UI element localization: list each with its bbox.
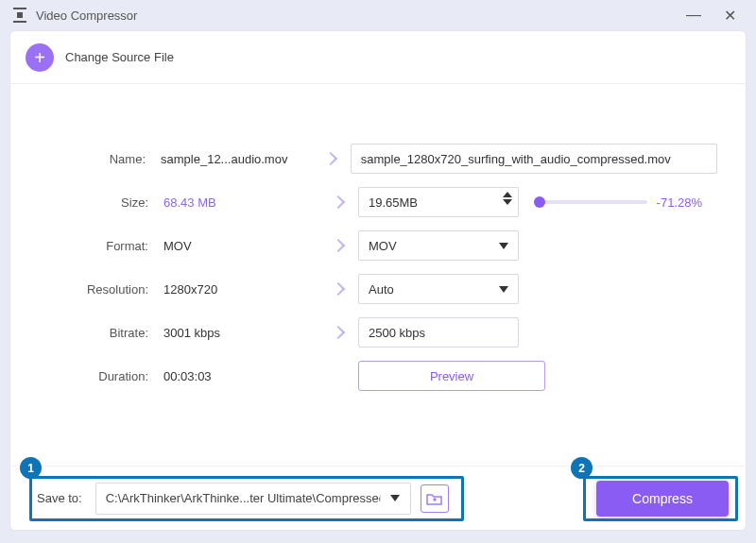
chevron-down-icon (390, 495, 400, 501)
panel-header: + Change Source File (10, 31, 746, 84)
chevron-down-icon (499, 286, 508, 293)
source-size: 68.43 MB (158, 195, 318, 210)
arrow-icon (312, 154, 351, 163)
chevron-down-icon (499, 243, 508, 249)
bottom-bar: 1 Save to: C:\ArkThinker\ArkThinke...ter… (10, 466, 746, 530)
source-bitrate: 3001 kbps (158, 326, 318, 340)
label-bitrate: Bitrate: (39, 326, 158, 340)
row-format: Format: MOV MOV (39, 224, 717, 267)
close-button[interactable]: ✕ (716, 7, 743, 25)
stepper-down-icon[interactable] (503, 199, 512, 205)
label-format: Format: (39, 239, 158, 253)
compress-button[interactable]: Compress (596, 481, 729, 517)
resolution-select[interactable]: Auto (358, 274, 519, 304)
row-duration: Duration: 00:03:03 Preview (39, 354, 717, 398)
source-format: MOV (158, 239, 318, 253)
window-title: Video Compressor (36, 8, 137, 23)
reduction-value: -71.28% (657, 195, 702, 210)
form-content: Name: sample_12...audio.mov Size: 68.43 … (10, 84, 746, 466)
row-bitrate: Bitrate: 3001 kbps (39, 311, 717, 354)
arrow-icon (318, 284, 358, 294)
target-size-input[interactable]: 19.65MB (358, 187, 519, 217)
label-size: Size: (39, 195, 158, 210)
preview-button[interactable]: Preview (358, 361, 545, 391)
arrow-icon (318, 197, 358, 207)
annotation-badge-2: 2 (571, 457, 593, 479)
row-name: Name: sample_12...audio.mov (39, 137, 717, 180)
arrow-icon (318, 328, 358, 337)
label-name: Name: (39, 152, 155, 166)
minimize-button[interactable]: — (680, 7, 707, 24)
label-save-to: Save to: (37, 491, 82, 505)
output-name-input[interactable] (351, 144, 717, 174)
browse-folder-button[interactable] (421, 484, 449, 513)
target-size-value: 19.65MB (369, 195, 418, 210)
annotation-badge-1: 1 (20, 457, 42, 479)
format-select[interactable]: MOV (358, 230, 519, 261)
label-duration: Duration: (39, 369, 158, 383)
row-resolution: Resolution: 1280x720 Auto (39, 267, 717, 311)
row-size: Size: 68.43 MB 19.65MB -71.28% (39, 180, 717, 224)
size-slider-wrap: -71.28% (519, 195, 717, 210)
source-name: sample_12...audio.mov (155, 152, 312, 166)
source-resolution: 1280x720 (158, 282, 318, 297)
size-slider[interactable] (540, 200, 647, 204)
change-source-label[interactable]: Change Source File (65, 50, 174, 64)
save-path-dropdown[interactable] (380, 495, 410, 501)
stepper-up-icon[interactable] (503, 192, 512, 197)
save-path-select[interactable]: C:\ArkThinker\ArkThinke...ter Ultimate\C… (95, 483, 411, 515)
window-body: + Change Source File Name: sample_12...a… (9, 30, 747, 531)
resolution-value: Auto (369, 282, 394, 297)
app-icon (13, 8, 26, 23)
save-path-value: C:\ArkThinker\ArkThinke...ter Ultimate\C… (96, 491, 380, 505)
format-value: MOV (369, 239, 397, 253)
svg-point-0 (434, 499, 436, 501)
bitrate-input[interactable] (358, 317, 519, 348)
slider-thumb[interactable] (534, 196, 545, 208)
label-resolution: Resolution: (39, 282, 158, 297)
folder-icon (426, 492, 443, 505)
add-file-button[interactable]: + (26, 43, 54, 72)
source-duration: 00:03:03 (158, 369, 318, 383)
arrow-icon (318, 241, 358, 250)
titlebar: Video Compressor — ✕ (0, 0, 756, 30)
